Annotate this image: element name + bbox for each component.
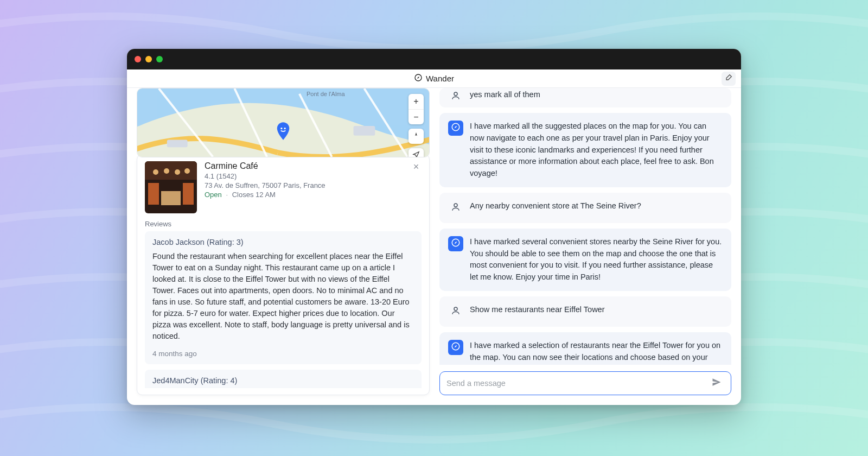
place-name: Carmine Café — [205, 161, 326, 171]
compass-icon — [451, 238, 461, 250]
chat-message-bot: I have marked all the suggested places o… — [439, 113, 731, 187]
svg-point-5 — [280, 128, 282, 129]
svg-rect-3 — [167, 140, 188, 148]
place-address: 73 Av. de Suffren, 75007 Paris, France — [205, 181, 326, 189]
reviews-list: Jacob Jackson (Rating: 3) Found the rest… — [145, 231, 422, 388]
map-controls: + − — [409, 94, 424, 157]
message-text: Show me restaurants near Eiffel Tower — [470, 304, 605, 319]
plus-icon: + — [413, 97, 418, 106]
svg-rect-10 — [148, 183, 159, 205]
app-brand: Wander — [414, 73, 454, 84]
user-avatar — [448, 304, 463, 319]
user-avatar — [448, 89, 463, 104]
send-button[interactable] — [709, 376, 724, 391]
chat-message-bot: I have marked several convenient stores … — [439, 229, 731, 291]
bot-avatar — [448, 236, 463, 251]
brush-icon — [724, 73, 733, 84]
chat-message-bot: I have marked a selection of restaurants… — [439, 332, 731, 365]
review-item: Jacob Jackson (Rating: 3) Found the rest… — [145, 231, 422, 364]
review-item: Jed4ManCity (Rating: 4) Service was good… — [145, 370, 422, 388]
message-text: yes mark all of them — [470, 89, 540, 104]
chat-message-user: yes mark all of them — [439, 88, 731, 107]
theme-button[interactable] — [722, 72, 736, 86]
titlebar[interactable] — [127, 49, 741, 69]
svg-point-6 — [284, 128, 286, 129]
reviews-label: Reviews — [145, 220, 422, 228]
svg-marker-19 — [455, 126, 457, 129]
user-icon — [451, 91, 461, 103]
chat-message-user: Show me restaurants near Eiffel Tower — [439, 296, 731, 327]
svg-rect-11 — [183, 183, 194, 205]
review-header: Jacob Jackson (Rating: 3) — [152, 238, 414, 246]
zoom-out-button[interactable]: − — [409, 109, 424, 124]
message-text: Any nearby convenient store at The Seine… — [470, 200, 641, 216]
svg-point-13 — [164, 168, 169, 174]
chat-pane: yes mark all of them I have marked all t… — [439, 88, 731, 395]
svg-point-14 — [175, 169, 180, 175]
window-close-button[interactable] — [135, 56, 141, 62]
user-avatar — [448, 200, 463, 216]
svg-marker-1 — [417, 77, 419, 79]
north-button[interactable] — [409, 129, 424, 144]
review-header: Jed4ManCity (Rating: 4) — [152, 376, 414, 385]
locate-icon — [412, 151, 420, 157]
composer — [439, 371, 731, 395]
svg-point-17 — [454, 92, 457, 96]
locate-button[interactable] — [409, 148, 424, 157]
svg-point-12 — [153, 169, 158, 175]
app-header: Wander — [127, 69, 741, 88]
message-text: I have marked a selection of restaurants… — [470, 340, 723, 365]
left-pane: Pont de l'Alma + − — [137, 88, 430, 395]
svg-marker-25 — [455, 345, 457, 348]
place-rating: 4.1 (1542) — [205, 172, 326, 180]
zoom-in-button[interactable]: + — [409, 94, 424, 109]
bot-avatar — [448, 340, 463, 355]
place-card: Carmine Café 4.1 (1542) 73 Av. de Suffre… — [137, 154, 430, 395]
user-icon — [451, 306, 461, 318]
message-text: I have marked all the suggested places o… — [470, 121, 723, 180]
svg-point-20 — [454, 204, 457, 207]
svg-point-15 — [184, 168, 190, 174]
closes-label: Closes 12 AM — [232, 191, 276, 199]
chat-message-user: Any nearby convenient store at The Seine… — [439, 193, 731, 223]
place-photo[interactable] — [145, 161, 197, 213]
review-date: 4 months ago — [152, 350, 414, 358]
svg-marker-7 — [415, 132, 417, 136]
app-window: Wander — [127, 49, 741, 405]
bot-avatar — [448, 121, 463, 136]
message-text: I have marked several convenient stores … — [470, 236, 723, 283]
separator: · — [226, 191, 228, 199]
send-icon — [711, 377, 722, 390]
card-close-button[interactable]: × — [411, 161, 422, 172]
chat-log[interactable]: yes mark all of them I have marked all t… — [439, 88, 731, 365]
compass-needle-icon — [412, 131, 420, 141]
svg-rect-4 — [354, 126, 375, 136]
review-body: Found the restaurant when searching for … — [152, 251, 414, 342]
svg-rect-16 — [161, 191, 181, 205]
map-poi-label: Pont de l'Alma — [307, 91, 345, 97]
open-label: Open — [205, 191, 222, 199]
compass-icon — [451, 122, 461, 134]
svg-marker-22 — [455, 242, 457, 244]
compass-icon — [451, 341, 461, 353]
map[interactable]: Pont de l'Alma + − — [137, 88, 430, 157]
traffic-lights — [135, 56, 163, 62]
close-icon: × — [413, 161, 419, 173]
app-title: Wander — [426, 74, 454, 83]
place-hours: Open · Closes 12 AM — [205, 191, 326, 199]
svg-point-23 — [454, 307, 457, 311]
compass-icon — [414, 73, 423, 84]
minus-icon: − — [413, 112, 418, 122]
user-icon — [451, 202, 461, 214]
message-input[interactable] — [446, 379, 709, 388]
map-pin-icon[interactable] — [275, 122, 291, 145]
window-zoom-button[interactable] — [156, 56, 163, 62]
window-minimize-button[interactable] — [145, 56, 152, 62]
